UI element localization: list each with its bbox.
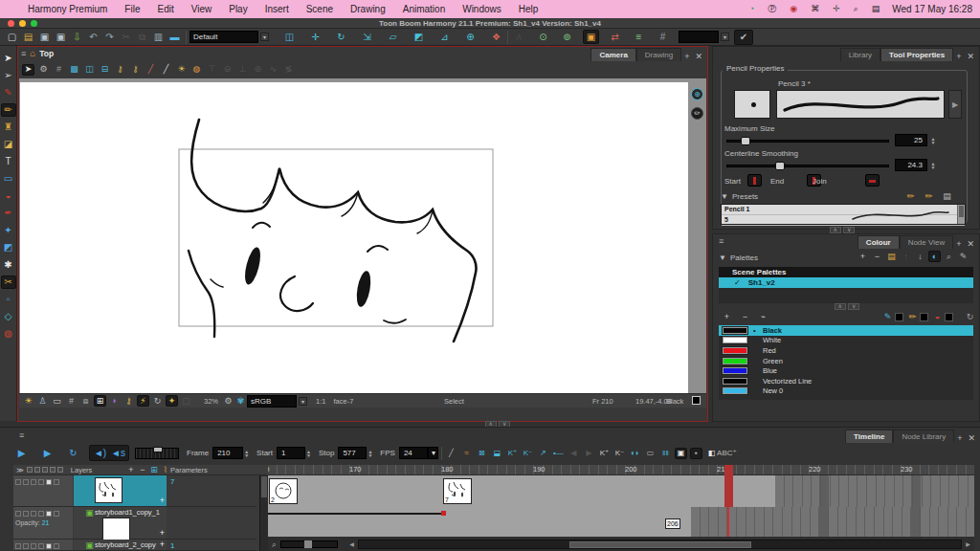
toolbar-icon[interactable]: ▱ [385,30,401,44]
layer-row-selected[interactable]: + 7 [13,475,256,507]
camera-toolbar-icon[interactable]: ⚷ [114,64,126,76]
toolbar-icon[interactable]: # [655,30,671,44]
tool-colour-pair[interactable]: ✏ [906,311,928,322]
toolbar-icon[interactable]: ▤ [20,30,36,44]
toolbar-icon[interactable]: ▣ [53,30,69,44]
tool-icon[interactable]: ✱ [1,258,16,272]
playback-icon[interactable]: ▶ [39,446,56,460]
timeline-edit-icon[interactable]: ⬓ [491,448,503,459]
layers-scrollbar[interactable]: ▼ [259,475,268,551]
menubar-status-icon[interactable]: ✛ [826,4,847,13]
colour-swatch[interactable] [723,337,747,343]
menubar-status-icon[interactable]: ▤ [865,4,887,13]
tool-icon[interactable]: ➤ [1,52,16,65]
palette-action-icon[interactable]: ↑ [900,251,912,262]
exposure-end-marker[interactable] [441,511,446,516]
smoothing-value[interactable]: 24.3 [895,159,927,171]
pencil-view-button[interactable]: ✏ [691,107,703,120]
panel-tab[interactable]: Timeline [845,430,893,443]
camera-status-icon[interactable]: ✦ [166,395,178,407]
palette-action-icon[interactable]: ▤ [885,251,898,262]
toolbar-icon[interactable]: ▬ [167,30,183,44]
timeline-edit-icon[interactable]: ⊠ [476,448,488,459]
stop-spinner[interactable]: ▲▼ [368,450,372,457]
camera-toolbar-icon[interactable]: ⊖ [221,64,234,76]
menubar-status-icon[interactable]: ◉ [783,4,804,13]
menubar-item[interactable]: Edit [148,4,182,14]
colour-row[interactable]: Blue [719,365,973,376]
toolbar-icon[interactable]: ↻ [333,30,349,44]
smoothing-slider[interactable] [726,165,889,167]
colour-row[interactable]: • Black [719,325,973,336]
panel-splitter[interactable]: ∧∨ [809,227,876,233]
colour-swatch[interactable] [723,358,747,364]
toolbar-icon[interactable]: ≡ [631,30,647,44]
camera-toolbar-icon[interactable]: ╱ [160,64,172,76]
layer-add-icon[interactable]: − [138,464,147,475]
timeline-edit-icon[interactable]: ▶ [583,448,595,459]
start-spinner[interactable]: ▲▼ [306,450,311,457]
exposure-row-light[interactable] [268,475,775,507]
timeline-edit-icon[interactable]: K⁻ [613,448,626,459]
toolbar-icon[interactable]: ⇩ [69,30,85,44]
colour-swatch[interactable] [723,378,747,385]
colour-row[interactable]: Red [719,345,973,356]
menubar-item[interactable]: Help [510,4,547,14]
palette-action-icon[interactable]: ◐ [928,251,941,262]
gear-icon[interactable]: ⚙ [222,395,234,407]
tool-icon[interactable]: ◍ [1,327,16,341]
smoothing-spinner[interactable]: ▲▼ [929,159,937,171]
menubar-item[interactable]: File [116,4,148,14]
tool-icon[interactable]: ✏ [1,103,16,117]
home-icon[interactable]: ⌂ [30,48,35,58]
colour-action-icon[interactable]: + [721,311,733,322]
camera-toolbar-icon[interactable]: ▩ [68,64,80,76]
camera-status-icon[interactable]: ↻ [151,395,164,407]
camera-status-icon[interactable]: ▢ [180,395,192,407]
toolbar-icon[interactable]: ⊙ [535,30,551,44]
menubar-item[interactable]: Animation [394,4,454,14]
palettes-collapse-arrow[interactable]: ▼ [719,253,726,262]
volume-slider[interactable] [135,448,179,459]
exposure-row-empty[interactable] [691,507,974,540]
tool-icon[interactable]: ♜ [1,121,16,134]
toolbar-icon[interactable]: ⊿ [436,30,453,44]
timeline-zoom-slider[interactable] [280,540,338,548]
timeline-menu-icon[interactable]: ≡ [19,430,24,440]
frame-field[interactable]: 210 [212,447,243,459]
add-view-icon[interactable]: + [953,52,964,61]
layer-row[interactable]: Opacity: 21 ▣ storyboard1_copy_1 + [13,507,256,540]
colour-row[interactable]: New 0 [719,386,973,397]
camera-status-icon[interactable]: ☀ [22,395,34,407]
cell-thumbnail[interactable]: 7 [443,478,472,504]
tool-icon[interactable]: ▭ [1,172,16,186]
toolbar-icon[interactable]: ⧉ [134,30,150,44]
layer-thumbnail[interactable] [95,477,122,503]
camera-toolbar-icon[interactable]: ⊟ [99,64,111,76]
timeline-edit-icon[interactable]: K⁺ [598,448,611,459]
tool-icon[interactable]: ▫ [1,293,16,306]
close-view-icon[interactable]: ✕ [964,239,977,249]
camera-toolbar-icon[interactable]: ◍ [190,64,203,76]
camera-toolbar-icon[interactable]: ╱ [145,64,157,76]
presets-scrollbar[interactable] [957,205,965,224]
toolbar-icon[interactable]: ⑃ [511,30,527,44]
timeline-edit-icon[interactable]: •— [552,448,565,459]
camera-toolbar-icon[interactable]: ⊤ [206,64,218,76]
close-view-icon[interactable]: ✕ [692,52,705,61]
camera-status-icon[interactable]: ▭ [51,395,63,407]
menubar-status-icon[interactable]: ⌕ [847,4,865,13]
timeline-edit-icon[interactable]: ◀ [568,448,580,459]
close-view-icon[interactable]: ✕ [965,433,978,443]
toolbar-icon[interactable]: ▢ [4,30,20,44]
toolbar-icon[interactable]: ⊚ [559,30,575,44]
tool-icon[interactable]: ◒ [1,189,16,203]
frame-spinner[interactable]: ▲▼ [244,450,249,457]
colour-swatch[interactable] [723,327,747,334]
current-colour-swatch[interactable] [692,396,701,405]
timeline-zoom-icon[interactable]: ⌕ [268,539,280,550]
toolbar-icon[interactable]: ↷ [101,30,118,44]
layer-row[interactable]: ▣ storyboard_2_copy + 1 [13,540,256,551]
cap-start-button[interactable] [747,174,762,187]
timeline-edit-icon[interactable]: K⁺ [506,448,519,459]
